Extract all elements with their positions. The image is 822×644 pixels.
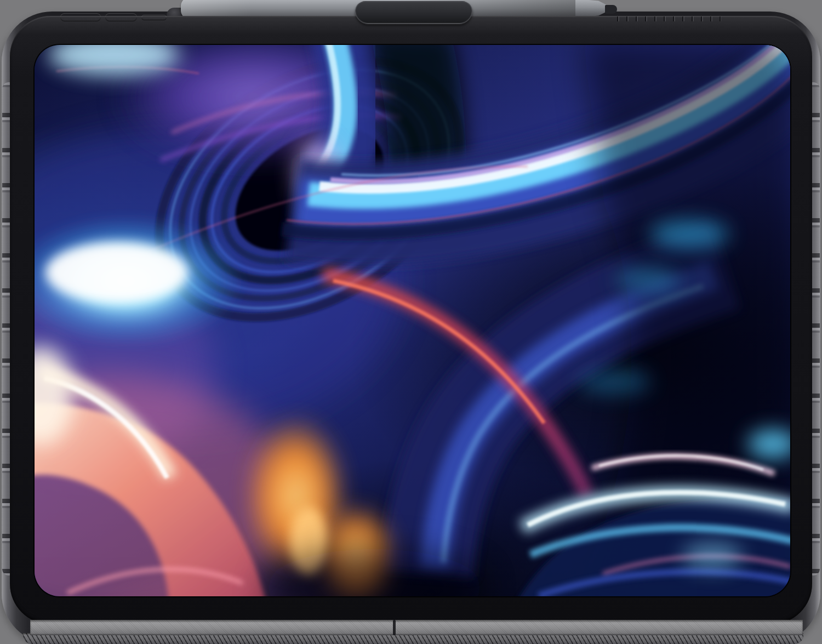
stylus-holder-clip bbox=[355, 1, 472, 24]
product-render-stage bbox=[0, 0, 822, 644]
folio-hinge-strip bbox=[30, 620, 803, 635]
top-edge-notch bbox=[141, 15, 167, 20]
hinge-divider bbox=[393, 620, 396, 635]
tablet-display bbox=[35, 45, 790, 596]
antenna-ticks bbox=[617, 16, 721, 21]
top-edge-button-volume bbox=[60, 13, 101, 21]
stylus-tip bbox=[605, 5, 617, 14]
top-edge-button-power bbox=[105, 13, 137, 21]
wallpaper-swirls-svg bbox=[35, 45, 790, 596]
